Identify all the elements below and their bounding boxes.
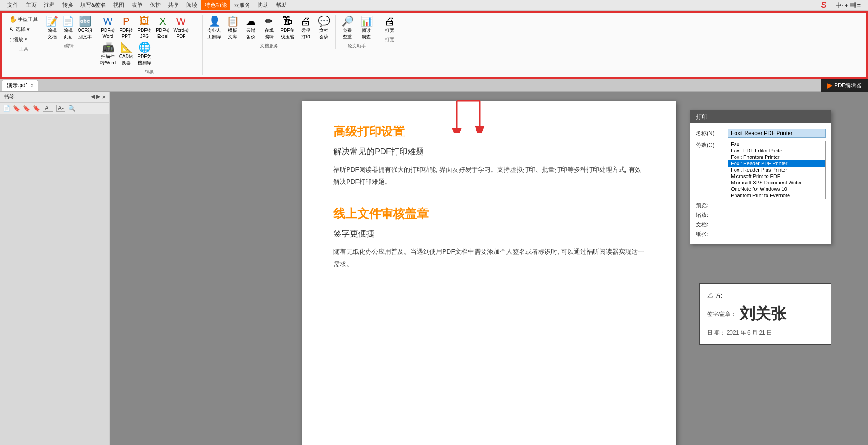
compress-btn[interactable]: 🗜 PDF在线压缩 [279, 15, 296, 41]
sidebar-nav-next[interactable]: ▶ [96, 94, 100, 100]
print-list-item-xps[interactable]: Microsoft XPS Document Writer [728, 179, 825, 186]
hand-tool-btn[interactable]: ✋ 手型工具 [7, 15, 40, 24]
sidebar-nav: ◀ ▶ × [91, 94, 106, 100]
print-group-label: 打宽 [381, 37, 398, 43]
print-list-item-ms-pdf[interactable]: Microsoft Print to PDF [728, 173, 825, 179]
select-tool-btn[interactable]: ↖ 选择 ▾ [7, 25, 32, 34]
menu-item-form[interactable]: 表单 [128, 0, 146, 10]
menu-item-read[interactable]: 阅读 [183, 0, 201, 10]
tab-close-btn[interactable]: × [31, 83, 33, 88]
print-list-item-reader-selected[interactable]: Foxit Reader PDF Printer [728, 160, 825, 167]
logo-s: S [817, 0, 830, 11]
main-area: 书签 ◀ ▶ × 📄 🔖 🔖 🔖 A+ A- 🔍 📄 🔖 📑 💬 [0, 92, 868, 445]
menu-item-share[interactable]: 共享 [164, 0, 183, 10]
sidebar-tool-fontsmall[interactable]: A- [56, 105, 65, 112]
tab-bar: 演示.pdf × ▶ PDF编辑器 [0, 79, 868, 92]
sidebar-tool-2[interactable]: 🔖 [13, 105, 20, 112]
edit-page-btn[interactable]: 📄 编辑页面 [61, 15, 75, 41]
print-wide-btn[interactable]: 🖨 打宽 [381, 15, 398, 35]
compress-label: PDF在线压缩 [281, 27, 294, 40]
sidebar-nav-prev[interactable]: ◀ [91, 94, 95, 100]
menu-item-protect[interactable]: 保护 [146, 0, 164, 10]
cloud-backup-btn[interactable]: ☁ 云端备份 [242, 15, 259, 41]
sidebar-tool-4[interactable]: 🔖 [33, 105, 40, 112]
menu-item-view[interactable]: 视图 [110, 0, 128, 10]
menu-item-sign[interactable]: 填写&签名 [77, 0, 110, 10]
section2-body: 随着无纸化办公应用普及。当遇到使用PDF文档中需要添加个人签名或者标识时, 可以… [333, 246, 644, 270]
menu-item-cloud[interactable]: 云服务 [230, 0, 254, 10]
menu-item-file[interactable]: 文件 [4, 0, 22, 10]
menu-item-comment[interactable]: 注释 [40, 0, 58, 10]
pdf-excel-icon: X [159, 16, 166, 27]
pdf-translate-btn[interactable]: 🌐 PDF文档翻译 [136, 41, 153, 67]
tool-row-2: ↖ 选择 ▾ [7, 25, 40, 34]
signature-label: 签字/盖章： [707, 310, 736, 318]
scan-to-word-btn[interactable]: 📠 扫描件转Word [99, 41, 116, 67]
pdf-to-ppt-btn[interactable]: P PDF转PPT [117, 15, 135, 40]
menu-item-special[interactable]: 特色功能 [201, 0, 230, 10]
print-list-item-phantom[interactable]: Foxit Phantom Printer [728, 154, 825, 160]
word-pdf-label: Word转PDF [173, 27, 189, 39]
pdf-badge-arrow: ▶ [827, 82, 832, 89]
convert-group-label: 转换 [99, 69, 200, 75]
free-check-label: 免费查重 [343, 27, 352, 40]
print-list-item-fax[interactable]: Fax [728, 141, 825, 147]
sidebar-close-icon[interactable]: × [102, 94, 106, 100]
zoom-tool-btn[interactable]: ↕ 缩放 ▾ [7, 35, 29, 44]
print-list-item-evernote[interactable]: Phantom Print to Evernote [728, 192, 825, 199]
menu-item-assist[interactable]: 协助 [254, 0, 272, 10]
zoom-tool-label: 缩放 ▾ [13, 36, 27, 43]
ribbon-wrapper: ✋ 手型工具 ↖ 选择 ▾ ↕ 缩放 ▾ 工具 [0, 11, 868, 79]
print-list-item-onenote[interactable]: OneNote for Windows 10 [728, 186, 825, 192]
signature-date: 日 期： 2021 年 6 月 21 日 [707, 329, 823, 337]
cad-converter-btn[interactable]: 📐 CAD转换器 [117, 41, 135, 67]
ribbon: ✋ 手型工具 ↖ 选择 ▾ ↕ 缩放 ▾ 工具 [1, 12, 867, 78]
sidebar-tool-search[interactable]: 🔍 [68, 105, 75, 112]
pdf-tab[interactable]: 演示.pdf × [2, 80, 38, 91]
ribbon-group-tools: ✋ 手型工具 ↖ 选择 ▾ ↕ 缩放 ▾ 工具 [5, 15, 42, 52]
menu-item-help[interactable]: 帮助 [272, 0, 291, 10]
read-survey-btn[interactable]: 📊 阅读调查 [358, 15, 375, 41]
print-name-input[interactable] [728, 129, 826, 138]
sidebar-tool-3[interactable]: 🔖 [23, 105, 30, 112]
cad-label: CAD转换器 [119, 53, 133, 66]
scan-label: 扫描件转Word [100, 53, 116, 66]
sidebar-tool-fontbig[interactable]: A+ [43, 105, 53, 112]
pdf-to-word-btn[interactable]: W PDF转Word [99, 15, 116, 40]
online-edit-btn[interactable]: ✏ 在线编辑 [260, 15, 278, 41]
sidebar-content [0, 114, 109, 445]
word-to-pdf-btn[interactable]: W Word转PDF [172, 15, 190, 40]
edit-group-label: 编辑 [45, 43, 93, 49]
free-check-btn[interactable]: 🔎 免费查重 [339, 15, 356, 41]
free-check-icon: 🔎 [341, 16, 354, 27]
print-paper-label: 纸张: [696, 230, 728, 238]
ocr-btn[interactable]: 🔤 OCR识别文本 [77, 15, 93, 41]
template-btn[interactable]: 📋 模板文库 [224, 15, 241, 41]
pro-translate-btn[interactable]: 👤 专业人工翻译 [206, 15, 223, 41]
content-area: 高级打印设置 解决常见的PDF打印难题 福昕PDF阅读器拥有强大的打印功能, 界… [110, 92, 868, 445]
sidebar-tool-1[interactable]: 📄 [3, 105, 10, 112]
print-list-item-reader-plus[interactable]: Foxit Reader Plus Printer [728, 167, 825, 173]
print-paper-row: 纸张: [696, 230, 826, 238]
pdf-translate-icon: 🌐 [138, 42, 151, 53]
ocr-label: OCR识别文本 [78, 27, 92, 40]
print-list-item-editor[interactable]: Foxit PDF Editor Printer [728, 147, 825, 154]
template-icon: 📋 [227, 16, 239, 27]
doc-meeting-btn[interactable]: 💬 文档会议 [315, 15, 333, 41]
pdf-to-excel-btn[interactable]: X PDF转Excel [154, 15, 171, 40]
online-group-label: 文档服务 [206, 43, 333, 49]
print-zoom-row: 缩放: [696, 211, 826, 219]
edit-doc-btn[interactable]: 📝 编辑文档 [45, 15, 59, 41]
remote-print-btn[interactable]: 🖨 远程打印 [297, 15, 314, 41]
online-buttons: 👤 专业人工翻译 📋 模板文库 ☁ 云端备份 ✏ 在线编辑 🗜 PDF [206, 15, 333, 41]
template-label: 模板文库 [228, 27, 237, 40]
print-wide-icon: 🖨 [385, 16, 395, 27]
word-pdf-icon: W [176, 16, 186, 27]
hand-tool-label: 手型工具 [18, 16, 38, 23]
menu-item-convert[interactable]: 转换 [58, 0, 77, 10]
print-list-container: Fax Foxit PDF Editor Printer Foxit Phant… [728, 141, 826, 199]
menu-item-home[interactable]: 主页 [22, 0, 40, 10]
remote-print-icon: 🖨 [301, 16, 311, 27]
section1-subtitle: 解决常见的PDF打印难题 [333, 146, 644, 157]
pdf-to-jpg-btn[interactable]: 🖼 PDF转JPG [136, 15, 153, 40]
